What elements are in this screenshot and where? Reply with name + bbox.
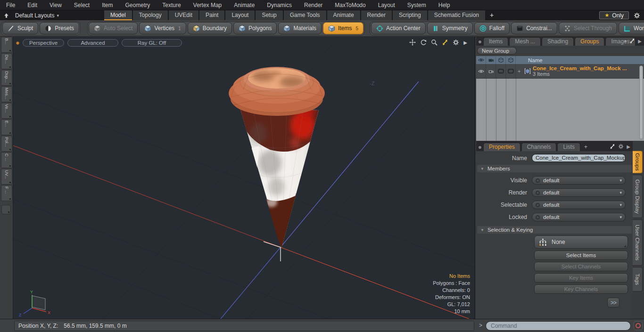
menu-item[interactable]: Item [96, 0, 119, 10]
layout-tab-model[interactable]: Model [104, 10, 132, 20]
panel-arrow-icon[interactable]: ▶ [627, 144, 630, 149]
group-name-input[interactable]: Cone_Ice_Cream_with_Cap_Mockup_Cl [532, 154, 626, 162]
layout-tab-render[interactable]: Render [361, 10, 392, 20]
orbit-icon[interactable] [420, 39, 427, 46]
menu-render[interactable]: Render [298, 0, 329, 10]
new-group-button[interactable]: New Group [477, 47, 517, 55]
tool-category-deform[interactable]: De... [1, 53, 12, 69]
add-properties-tab-button[interactable]: + [581, 143, 590, 151]
menu-file[interactable]: File [0, 0, 21, 10]
shading-mode-button[interactable]: Advanced [67, 39, 118, 47]
row-solid-toggle[interactable] [506, 64, 516, 78]
only-toggle-button[interactable]: ★ Only [599, 11, 629, 19]
tab-channels[interactable]: Channels [521, 143, 557, 151]
selectable-dropdown[interactable]: default ▾ [532, 201, 626, 209]
vertices-mode-button[interactable]: Vertices1 [139, 22, 186, 34]
pan-icon[interactable] [409, 39, 416, 46]
add-layout-tab-button[interactable]: + [486, 10, 497, 20]
layout-tab-paint[interactable]: Paint [199, 10, 224, 20]
viewport-menu-arrow-icon[interactable]: ▶ [463, 40, 467, 45]
visibility-column-header[interactable] [476, 56, 486, 64]
side-tab-groups[interactable]: Groups [633, 151, 643, 173]
tool-category-curves[interactable]: C ... [1, 152, 12, 168]
select-through-button[interactable]: Select Through [559, 22, 617, 34]
action-center-button[interactable]: Action Center [371, 22, 426, 34]
side-tab-group-display[interactable]: Group Display [633, 175, 643, 218]
menu-geometry[interactable]: Geometry [119, 0, 157, 10]
menu-select[interactable]: Select [68, 0, 96, 10]
tab-mesh[interactable]: Mesh ... [509, 37, 541, 46]
materials-mode-button[interactable]: Materials [278, 22, 322, 34]
sculpt-button[interactable]: Sculpt [2, 22, 38, 34]
workplane-popup-button[interactable] [1, 205, 11, 214]
constraint-button[interactable]: Constrai... [511, 22, 557, 34]
tab-lists[interactable]: Lists [557, 143, 580, 151]
menu-dynamics[interactable]: Dynamics [261, 0, 298, 10]
tab-shading[interactable]: Shading [542, 37, 574, 46]
tool-category-polygon[interactable]: Pol... [1, 136, 12, 152]
presets-button[interactable]: Presets [40, 22, 79, 34]
tab-items[interactable]: Items [483, 37, 508, 46]
layout-tab-setup[interactable]: Setup [256, 10, 282, 20]
viewport-settings-gear-icon[interactable] [453, 39, 459, 46]
tool-category-falloff[interactable]: F ... [1, 185, 12, 201]
tab-overflow-chevron-icon[interactable]: ▾ [624, 39, 627, 44]
select-items-button[interactable]: Select Items [534, 251, 628, 260]
raygl-toggle-button[interactable]: Ray GL: Off [122, 39, 182, 47]
row-render-toggle[interactable] [486, 64, 496, 78]
expand-panel-button[interactable]: >> [607, 298, 619, 308]
detach-panel-icon[interactable] [629, 38, 635, 44]
render-column-header[interactable] [486, 56, 496, 64]
layout-tab-game-tools[interactable]: Game Tools [284, 10, 326, 20]
menu-maxtomodo[interactable]: MaxToModo [329, 0, 372, 10]
gear-icon[interactable] [618, 144, 624, 149]
auto-select-button[interactable]: Auto Select [89, 22, 138, 34]
layout-tab-topology[interactable]: Topology [133, 10, 168, 20]
solid-column-header[interactable] [506, 56, 516, 64]
viewport-3d[interactable]: Y X Z Perspective Advanced Ray GL: Off ▶… [13, 37, 475, 319]
tool-category-mesh[interactable]: Mes... [1, 86, 12, 102]
row-wire-toggle[interactable] [496, 64, 506, 78]
command-input[interactable] [486, 321, 631, 331]
layout-tab-uvedit[interactable]: UVEdit [169, 10, 198, 20]
row-visibility-toggle[interactable] [476, 64, 486, 78]
maximize-icon[interactable] [442, 39, 448, 46]
group-list-empty-area[interactable] [476, 79, 644, 141]
menu-animate[interactable]: Animate [228, 0, 261, 10]
menu-edit[interactable]: Edit [21, 0, 43, 10]
side-tab-tags[interactable]: Tags [633, 267, 643, 292]
layout-tab-layout[interactable]: Layout [225, 10, 255, 20]
cone-ice-cream-model[interactable] [229, 67, 325, 261]
detach-panel-icon[interactable] [610, 144, 615, 149]
group-list-scrollbar[interactable] [639, 65, 643, 139]
key-channels-button[interactable]: Key Channels [534, 284, 628, 294]
selection-keying-section-header[interactable]: ▼ Selection & Keying [477, 226, 632, 234]
render-dropdown[interactable]: default ▾ [532, 188, 626, 197]
symmetry-button[interactable]: Symmetry [427, 22, 473, 34]
tool-category-edge[interactable]: E... [1, 119, 12, 135]
group-row[interactable]: + Cone_Ice_Cream_with_Cap_Mock ... 3 Ite… [476, 64, 644, 79]
menu-texture[interactable]: Texture [156, 0, 187, 10]
side-tab-user-channels[interactable]: User Channels [633, 219, 643, 266]
gear-icon[interactable] [634, 12, 640, 19]
visible-dropdown[interactable]: default ▾ [532, 176, 626, 185]
zoom-icon[interactable] [431, 39, 438, 46]
camera-mode-button[interactable]: Perspective [23, 39, 64, 47]
default-layouts-dropdown[interactable]: Default Layouts ▾ [15, 12, 59, 19]
panel-arrow-icon[interactable]: ▶ [638, 39, 642, 44]
members-section-header[interactable]: ▼ Members [477, 165, 632, 172]
menu-layout[interactable]: Layout [372, 0, 401, 10]
tab-groups[interactable]: Groups [575, 37, 604, 46]
layout-tab-scripting[interactable]: Scripting [393, 10, 427, 20]
name-column-header[interactable]: Name [516, 57, 543, 63]
tool-category-basic[interactable]: B... [1, 37, 12, 53]
polygons-mode-button[interactable]: Polygons [233, 22, 277, 34]
wire-column-header[interactable] [496, 56, 506, 64]
tool-category-vertex[interactable]: Ve... [1, 103, 12, 119]
items-mode-button[interactable]: Items5 [323, 22, 363, 34]
layout-tab-animate[interactable]: Animate [327, 10, 360, 20]
menu-help[interactable]: Help [432, 0, 456, 10]
menu-vertex-map[interactable]: Vertex Map [187, 0, 228, 10]
pin-layout-button[interactable] [0, 10, 12, 20]
tool-category-duplicate[interactable]: Dup... [1, 70, 12, 86]
